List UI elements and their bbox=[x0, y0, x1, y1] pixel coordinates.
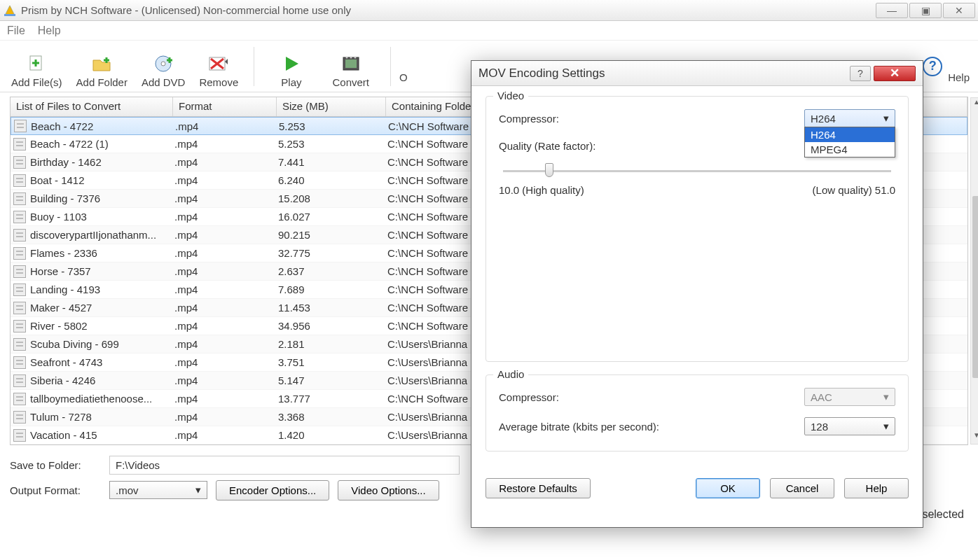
quality-slider[interactable] bbox=[503, 163, 891, 180]
compressor-label: Compressor: bbox=[499, 113, 804, 125]
file-name: Horse - 7357 bbox=[30, 265, 174, 277]
compressor-dropdown-list: H264 MPEG4 bbox=[804, 127, 895, 158]
svg-point-4 bbox=[161, 62, 165, 66]
window-maximize-button[interactable]: ▣ bbox=[909, 3, 942, 18]
file-format: .mp4 bbox=[174, 229, 278, 241]
file-icon bbox=[13, 229, 26, 241]
vertical-scrollbar[interactable]: ▲ ▼ bbox=[970, 97, 978, 444]
window-close-button[interactable]: ✕ bbox=[943, 3, 975, 18]
add-files-icon bbox=[26, 51, 47, 76]
svg-point-9 bbox=[350, 56, 352, 58]
svg-marker-0 bbox=[5, 6, 15, 15]
file-format: .mp4 bbox=[174, 374, 278, 386]
file-icon bbox=[13, 320, 26, 332]
menu-help[interactable]: Help bbox=[38, 24, 61, 37]
output-format-combo[interactable]: .mov ▾ bbox=[109, 481, 207, 499]
file-name: tallboymediatiethenoose... bbox=[30, 393, 174, 405]
convert-button[interactable]: Convert bbox=[319, 43, 382, 90]
svg-rect-7 bbox=[345, 59, 357, 68]
scroll-up-arrow[interactable]: ▲ bbox=[971, 98, 978, 111]
file-format: .mp4 bbox=[174, 192, 278, 204]
window-titlebar: Prism by NCH Software - (Unlicensed) Non… bbox=[0, 0, 978, 21]
toolbar-separator bbox=[254, 47, 254, 86]
file-name: discoverypartIIjonathanm... bbox=[30, 229, 174, 241]
toolbar-options-truncated[interactable]: O bbox=[399, 71, 408, 88]
chevron-down-icon: ▾ bbox=[883, 391, 889, 403]
scroll-thumb[interactable] bbox=[972, 196, 978, 378]
save-folder-path[interactable]: F:\Videos bbox=[109, 456, 460, 475]
audio-group: Audio Compressor: AAC ▾ Average bitrate … bbox=[485, 374, 909, 451]
column-name[interactable]: List of Files to Convert bbox=[11, 97, 173, 116]
file-format: .mp4 bbox=[174, 211, 278, 223]
file-icon bbox=[13, 302, 26, 314]
quality-max: (Low quality) 51.0 bbox=[813, 184, 895, 196]
slider-handle[interactable] bbox=[545, 163, 553, 177]
file-size: 1.420 bbox=[278, 429, 387, 441]
quality-min: 10.0 (High quality) bbox=[499, 184, 584, 196]
file-name: Beach - 4722 (1) bbox=[30, 138, 174, 150]
file-icon bbox=[13, 247, 26, 260]
file-size: 34.956 bbox=[278, 320, 387, 332]
ok-button[interactable]: OK bbox=[696, 478, 760, 498]
chevron-down-icon: ▾ bbox=[883, 420, 889, 433]
scroll-down-arrow[interactable]: ▼ bbox=[971, 431, 978, 444]
file-name: Siberia - 4246 bbox=[30, 374, 174, 386]
encoder-options-button[interactable]: Encoder Options... bbox=[216, 480, 329, 500]
file-icon bbox=[13, 356, 26, 369]
restore-defaults-button[interactable]: Restore Defaults bbox=[485, 478, 591, 498]
file-format: .mp4 bbox=[174, 393, 278, 405]
quality-label: Quality (Rate factor): bbox=[499, 140, 804, 152]
file-size: 5.253 bbox=[279, 120, 388, 132]
file-icon bbox=[13, 429, 26, 442]
cancel-button[interactable]: Cancel bbox=[770, 478, 834, 498]
help-button[interactable]: Help bbox=[844, 478, 909, 498]
remove-button[interactable]: Remove bbox=[192, 43, 245, 90]
file-size: 3.368 bbox=[278, 411, 387, 423]
compressor-dropdown[interactable]: H264 ▾ H264 MPEG4 bbox=[804, 109, 895, 127]
compressor-option-h264[interactable]: H264 bbox=[805, 127, 895, 142]
file-icon bbox=[13, 211, 26, 223]
menu-bar: File Help bbox=[0, 21, 978, 41]
file-size: 16.027 bbox=[278, 211, 387, 223]
audio-compressor-label: Compressor: bbox=[499, 391, 804, 403]
file-icon bbox=[13, 265, 26, 278]
file-name: Tulum - 7278 bbox=[30, 411, 174, 423]
menu-file[interactable]: File bbox=[7, 24, 25, 37]
add-folder-button[interactable]: Add Folder bbox=[69, 43, 135, 90]
column-size[interactable]: Size (MB) bbox=[277, 97, 386, 116]
column-format[interactable]: Format bbox=[173, 97, 277, 116]
output-format-label: Output Format: bbox=[10, 484, 101, 496]
bitrate-dropdown[interactable]: 128 ▾ bbox=[804, 417, 895, 435]
file-icon bbox=[13, 411, 26, 424]
file-size: 15.208 bbox=[278, 192, 387, 204]
file-name: Seafront - 4743 bbox=[30, 356, 174, 368]
toolbar-help-label[interactable]: Help bbox=[948, 71, 970, 88]
dialog-close-button[interactable]: ✕ bbox=[874, 66, 916, 81]
toolbar-help-icon[interactable]: ? bbox=[923, 57, 942, 76]
window-minimize-button[interactable]: — bbox=[876, 3, 908, 18]
compressor-option-mpeg4[interactable]: MPEG4 bbox=[805, 142, 895, 157]
file-format: .mp4 bbox=[174, 265, 278, 277]
file-format: .mp4 bbox=[174, 320, 278, 332]
dialog-help-button[interactable]: ? bbox=[850, 66, 871, 81]
file-name: Boat - 1412 bbox=[30, 174, 174, 186]
file-size: 2.181 bbox=[278, 338, 387, 350]
file-name: Maker - 4527 bbox=[30, 302, 174, 314]
file-size: 7.441 bbox=[278, 156, 387, 168]
add-dvd-button[interactable]: Add DVD bbox=[135, 43, 193, 90]
video-options-button[interactable]: Video Options... bbox=[338, 480, 439, 500]
audio-legend: Audio bbox=[493, 368, 528, 380]
file-format: .mp4 bbox=[174, 411, 278, 423]
app-icon bbox=[3, 4, 17, 18]
file-format: .mp4 bbox=[174, 174, 278, 186]
add-dvd-icon bbox=[153, 51, 174, 76]
svg-point-8 bbox=[345, 56, 347, 58]
add-files-button[interactable]: Add File(s) bbox=[4, 43, 69, 90]
audio-compressor-dropdown[interactable]: AAC ▾ bbox=[804, 388, 895, 406]
video-group: Video Compressor: H264 ▾ H264 MPEG4 Qual… bbox=[485, 96, 909, 362]
chevron-down-icon: ▾ bbox=[883, 112, 889, 125]
file-icon bbox=[13, 174, 26, 187]
file-name: Beach - 4722 bbox=[31, 120, 175, 132]
play-button[interactable]: Play bbox=[263, 43, 319, 90]
bitrate-label: Average bitrate (kbits per second): bbox=[499, 421, 804, 433]
